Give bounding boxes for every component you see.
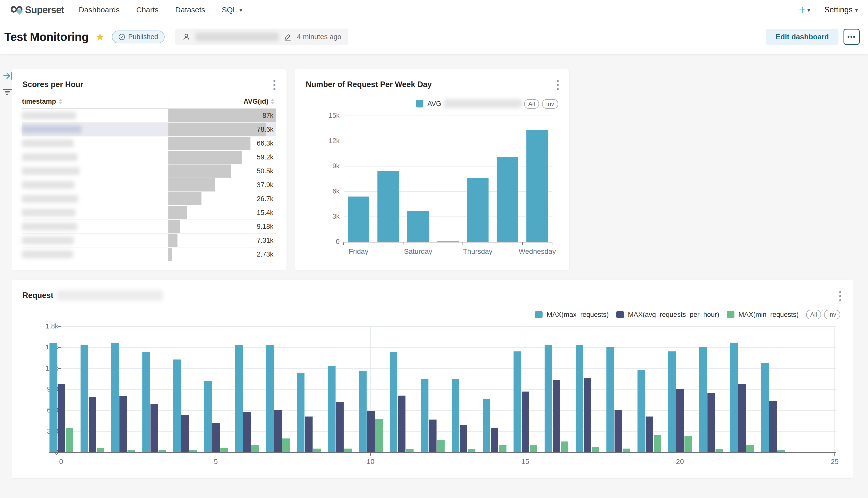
bar-min[interactable] [282, 438, 290, 453]
column-header-avg-id[interactable]: AVG(id) [168, 95, 276, 108]
bar-avg[interactable] [676, 389, 684, 453]
bar-max[interactable] [80, 345, 88, 453]
bar-avg[interactable] [243, 412, 251, 453]
table-row[interactable]: 7.31k [22, 234, 276, 248]
bar-max[interactable] [545, 345, 552, 453]
bar-avg[interactable] [738, 384, 746, 453]
bar-min[interactable] [97, 448, 104, 453]
table-row[interactable]: 87k [22, 109, 276, 122]
bar-max[interactable] [761, 363, 769, 453]
bar-min[interactable] [499, 445, 507, 453]
bar-max[interactable] [111, 343, 119, 453]
nav-item-dashboards[interactable]: Dashboards [79, 5, 120, 14]
bar-min[interactable] [468, 449, 475, 453]
bar-avg[interactable] [336, 402, 344, 453]
edit-pencil-icon[interactable] [284, 33, 292, 41]
weekday-bar[interactable] [467, 178, 488, 242]
bar-avg[interactable] [89, 397, 96, 453]
settings-menu[interactable]: Settings ▾ [824, 5, 858, 14]
bar-min[interactable] [437, 440, 445, 453]
bar-max[interactable] [699, 347, 707, 453]
superset-logo[interactable]: ∞ Superset [10, 4, 64, 15]
bar-avg[interactable] [212, 423, 220, 453]
bar-avg[interactable] [367, 411, 375, 453]
bar-min[interactable] [746, 445, 754, 453]
bar-max[interactable] [50, 343, 57, 453]
bar-min[interactable] [592, 447, 599, 453]
new-item-button[interactable]: + ▾ [799, 3, 810, 16]
more-options-button[interactable]: ••• [843, 29, 860, 45]
bar-max[interactable] [297, 372, 305, 453]
bar-min[interactable] [685, 436, 692, 453]
bar-max[interactable] [513, 351, 521, 453]
table-row[interactable]: 59.2k [22, 150, 276, 164]
bar-min[interactable] [406, 449, 413, 453]
nav-item-sql[interactable]: SQL ▾ [222, 5, 242, 14]
bar-max[interactable] [204, 381, 212, 453]
bar-min[interactable] [623, 448, 630, 453]
edit-dashboard-button[interactable]: Edit dashboard [766, 29, 839, 45]
weekday-bar[interactable] [497, 157, 518, 242]
table-row[interactable]: 78.6k [22, 122, 276, 136]
bar-max[interactable] [483, 398, 490, 453]
table-row[interactable]: 37.9k [22, 178, 276, 192]
bar-max[interactable] [421, 379, 429, 453]
table-row[interactable]: 15.4k [22, 206, 276, 220]
bar-max[interactable] [452, 379, 459, 453]
chart-options-kebab-icon[interactable] [269, 78, 280, 92]
bar-min[interactable] [344, 448, 352, 453]
weekday-bar[interactable] [407, 211, 429, 242]
bar-avg[interactable] [274, 410, 282, 453]
bar-avg[interactable] [429, 420, 436, 453]
bar-avg[interactable] [522, 392, 529, 453]
bar-avg[interactable] [553, 380, 560, 453]
weekday-bar[interactable] [437, 241, 459, 242]
bar-min[interactable] [654, 435, 661, 453]
bar-max[interactable] [328, 366, 335, 453]
bar-avg[interactable] [181, 415, 189, 453]
bar-avg[interactable] [646, 417, 653, 453]
bar-avg[interactable] [584, 378, 591, 453]
bar-max[interactable] [576, 345, 583, 453]
bar-max[interactable] [607, 347, 614, 453]
bar-min[interactable] [313, 448, 321, 453]
bar-min[interactable] [561, 442, 568, 453]
table-row[interactable]: 2.73k [22, 248, 276, 261]
bar-max[interactable] [235, 345, 243, 453]
bar-max[interactable] [390, 352, 397, 453]
weekday-bar[interactable] [378, 171, 399, 242]
weekday-bar[interactable] [526, 130, 548, 242]
weekday-bar[interactable] [348, 197, 369, 242]
bar-avg[interactable] [460, 425, 467, 453]
bar-avg[interactable] [491, 428, 498, 453]
bar-avg[interactable] [769, 401, 777, 453]
table-row[interactable]: 9.18k [22, 220, 276, 234]
bar-min[interactable] [530, 445, 537, 453]
bar-min[interactable] [375, 419, 383, 453]
nav-item-datasets[interactable]: Datasets [175, 5, 205, 14]
bar-avg[interactable] [119, 396, 127, 453]
bar-min[interactable] [715, 449, 723, 453]
bar-max[interactable] [668, 351, 676, 453]
nav-item-charts[interactable]: Charts [136, 5, 158, 14]
bar-min[interactable] [66, 428, 73, 453]
bar-avg[interactable] [58, 384, 65, 453]
bar-max[interactable] [359, 371, 367, 453]
status-badge[interactable]: Published [112, 30, 165, 43]
bar-avg[interactable] [707, 393, 715, 453]
bar-max[interactable] [638, 370, 645, 453]
bar-min[interactable] [251, 445, 259, 453]
bar-max[interactable] [173, 359, 181, 453]
table-row[interactable]: 50.5k [22, 164, 276, 178]
table-row[interactable]: 26.7k [22, 192, 276, 206]
bar-avg[interactable] [151, 404, 158, 453]
bar-min[interactable] [220, 448, 228, 453]
column-header-timestamp[interactable]: timestamp [22, 97, 168, 105]
bar-max[interactable] [730, 343, 738, 453]
bar-avg[interactable] [614, 410, 622, 453]
bar-max[interactable] [142, 352, 150, 453]
table-row[interactable]: 66.3k [22, 136, 276, 150]
bar-avg[interactable] [305, 417, 312, 453]
bar-avg[interactable] [398, 396, 406, 453]
favorite-star-icon[interactable]: ★ [95, 31, 105, 43]
